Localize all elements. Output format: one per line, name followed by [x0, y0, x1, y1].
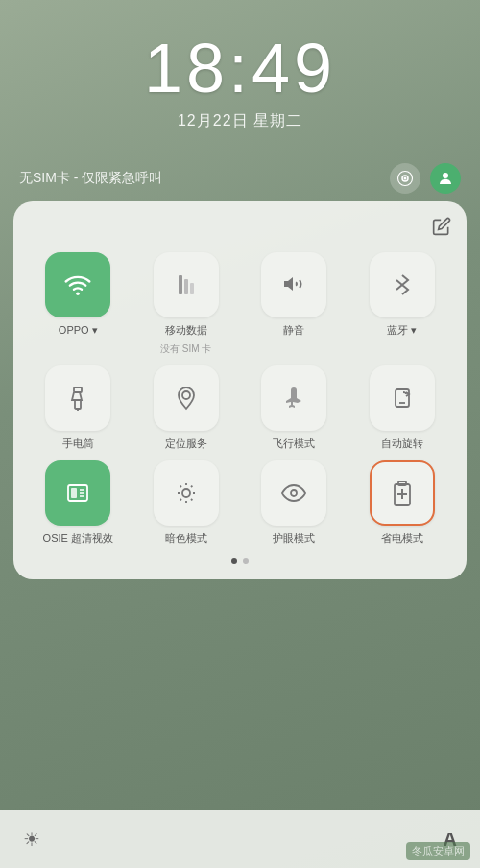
brightness-icon: ☀: [23, 829, 40, 850]
eyecare-label: 护眼模式: [273, 531, 315, 545]
quick-item-battery-saver[interactable]: 省电模式: [353, 460, 452, 545]
brightness-control[interactable]: ☀: [23, 828, 40, 851]
location-label: 定位服务: [165, 436, 207, 450]
location-button[interactable]: [154, 365, 219, 431]
time-section: 18:49 12月22日 星期二: [0, 29, 480, 131]
time-display: 18:49: [0, 29, 480, 107]
rotation-label: 自动旋转: [381, 436, 423, 450]
svg-point-3: [77, 293, 81, 296]
svg-point-1: [404, 177, 406, 179]
mobile-data-sublabel: 没有 SIM 卡: [160, 342, 211, 356]
status-bar: 无SIM卡 - 仅限紧急呼叫: [19, 163, 461, 194]
osie-button[interactable]: [45, 460, 110, 526]
airplane-button[interactable]: [261, 365, 326, 431]
svg-point-11: [182, 391, 190, 399]
bluetooth-label: 蓝牙 ▾: [387, 323, 417, 337]
quick-grid: OPPO ▾ 移动数据 没有 SIM 卡: [29, 252, 451, 545]
status-icons: [390, 163, 461, 194]
svg-rect-4: [179, 275, 182, 294]
sound-button[interactable]: [261, 252, 326, 317]
mobile-data-label: 移动数据: [165, 323, 207, 337]
svg-marker-7: [284, 277, 293, 291]
svg-line-27: [180, 499, 180, 500]
flashlight-button[interactable]: [45, 365, 110, 431]
battery-saver-label: 省电模式: [381, 531, 423, 545]
quick-item-dark[interactable]: 暗色模式: [137, 460, 236, 545]
sound-label: 静音: [283, 323, 304, 337]
quick-settings-panel: OPPO ▾ 移动数据 没有 SIM 卡: [13, 201, 467, 579]
quick-item-eyecare[interactable]: 护眼模式: [245, 460, 344, 545]
svg-rect-30: [398, 481, 406, 485]
watermark: 冬瓜安卓网: [406, 842, 470, 860]
panel-header: [29, 217, 451, 241]
pagination-dot-2: [243, 558, 249, 564]
svg-line-25: [191, 499, 192, 500]
mobile-data-button[interactable]: [154, 252, 219, 317]
svg-point-2: [443, 173, 448, 178]
svg-line-26: [191, 485, 192, 486]
dark-mode-button[interactable]: [154, 460, 219, 526]
camera-icon-button[interactable]: [390, 163, 420, 194]
flashlight-label: 手电筒: [62, 436, 94, 450]
osie-label: OSIE 超清视效: [43, 531, 113, 545]
svg-rect-5: [184, 279, 188, 294]
airplane-label: 飞行模式: [273, 436, 315, 450]
rotation-button[interactable]: [370, 365, 435, 431]
svg-point-19: [182, 489, 190, 497]
svg-rect-15: [71, 488, 77, 498]
quick-item-location[interactable]: 定位服务: [137, 365, 236, 450]
svg-line-24: [180, 485, 180, 486]
quick-item-wifi[interactable]: OPPO ▾: [29, 252, 128, 356]
svg-rect-6: [190, 283, 194, 294]
wifi-button[interactable]: [45, 252, 110, 317]
wifi-label: OPPO ▾: [59, 323, 98, 337]
date-display: 12月22日 星期二: [0, 111, 480, 131]
quick-item-rotation[interactable]: 自动旋转: [353, 365, 452, 450]
bluetooth-button[interactable]: [370, 252, 435, 317]
edit-button[interactable]: [432, 217, 451, 241]
battery-saver-button[interactable]: [370, 460, 435, 526]
quick-item-flashlight[interactable]: 手电筒: [29, 365, 128, 450]
quick-item-bluetooth[interactable]: 蓝牙 ▾: [353, 252, 452, 356]
quick-item-mobile-data[interactable]: 移动数据 没有 SIM 卡: [137, 252, 236, 356]
quick-item-airplane[interactable]: 飞行模式: [245, 365, 344, 450]
quick-item-sound[interactable]: 静音: [245, 252, 344, 356]
sim-status: 无SIM卡 - 仅限紧急呼叫: [19, 170, 162, 187]
eyecare-button[interactable]: [261, 460, 326, 526]
avatar-icon-button[interactable]: [430, 163, 461, 194]
dark-mode-label: 暗色模式: [165, 531, 207, 545]
pagination: [29, 558, 451, 564]
svg-rect-8: [74, 387, 82, 392]
svg-point-28: [291, 490, 297, 496]
pagination-dot-1: [231, 558, 237, 564]
quick-item-osie[interactable]: OSIE 超清视效: [29, 460, 128, 545]
svg-rect-9: [75, 400, 81, 409]
